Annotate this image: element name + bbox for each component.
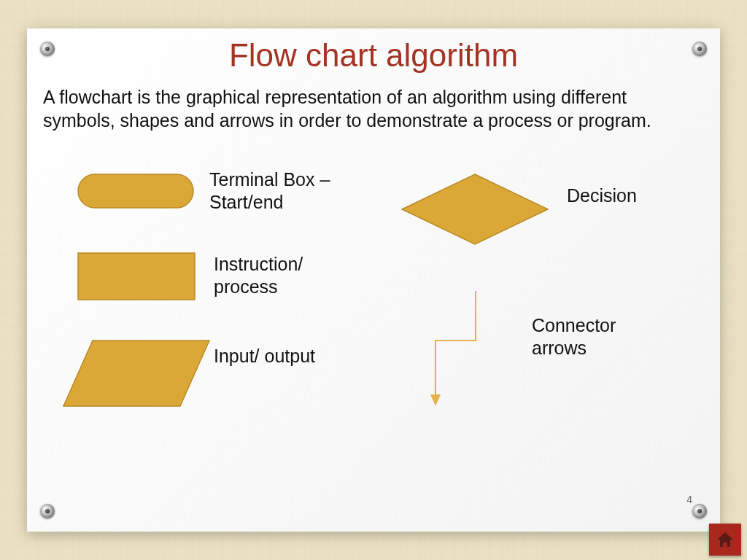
io-shape-icon <box>63 341 209 406</box>
instruction-label: Instruction/ process <box>214 253 360 299</box>
decision-shape-icon <box>402 174 548 244</box>
connector-arrow-icon <box>430 291 476 406</box>
home-icon <box>715 529 735 550</box>
process-shape-icon <box>78 253 195 300</box>
svg-marker-1 <box>717 532 733 547</box>
page-title: Flow chart algorithm <box>27 37 720 74</box>
svg-marker-0 <box>430 394 441 406</box>
slide: Flow chart algorithm A flowchart is the … <box>27 28 720 532</box>
connector-label: Connector arrows <box>532 314 649 360</box>
decision-label: Decision <box>567 184 637 207</box>
terminal-label: Terminal Box – Start/end <box>209 168 370 214</box>
terminal-shape-icon <box>78 174 193 208</box>
io-label: Input/ output <box>214 345 374 368</box>
symbols-area: Terminal Box – Start/end Instruction/ pr… <box>27 174 720 532</box>
page-number: 4 <box>686 494 692 505</box>
slide-description: A flowchart is the graphical representat… <box>43 85 691 132</box>
home-button[interactable] <box>709 524 741 556</box>
